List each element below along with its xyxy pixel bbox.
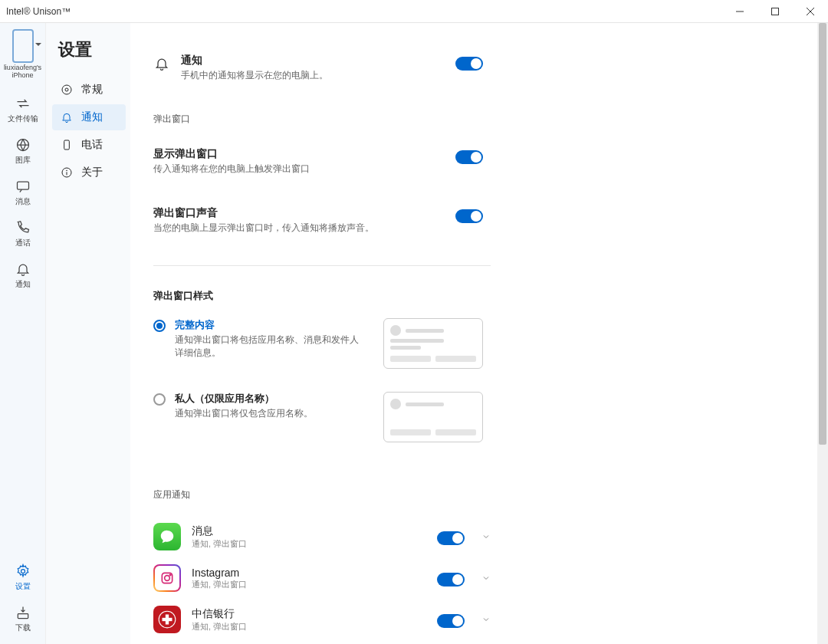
app-icon-citic bbox=[153, 606, 181, 633]
device-selector[interactable]: liuxiaofeng's iPhone bbox=[0, 29, 45, 87]
toggle-popup-sound[interactable] bbox=[455, 209, 483, 223]
titlebar: Intel® Unison™ bbox=[0, 0, 828, 23]
sub-item-label: 通知 bbox=[81, 110, 103, 124]
minimize-button[interactable] bbox=[722, 0, 757, 23]
app-name: Instagram bbox=[192, 567, 426, 579]
svg-rect-1 bbox=[772, 8, 779, 15]
app-icon-messages bbox=[153, 523, 181, 550]
gear-icon bbox=[60, 83, 74, 97]
sidebar-item-calls[interactable]: 通话 bbox=[0, 215, 45, 253]
app-row-messages: 消息 通知, 弹出窗口 bbox=[153, 523, 491, 550]
radio-title: 私人（仅限应用名称） bbox=[175, 392, 359, 406]
chevron-down-icon[interactable] bbox=[481, 615, 491, 624]
section-popup: 弹出窗口 bbox=[153, 113, 828, 126]
app-desc: 通知, 弹出窗口 bbox=[192, 538, 426, 550]
device-icon bbox=[60, 138, 74, 152]
maximize-button[interactable] bbox=[757, 0, 793, 23]
info-icon bbox=[60, 166, 74, 179]
sidebar-item-downloads[interactable]: 下载 bbox=[0, 600, 45, 638]
chevron-down-icon[interactable] bbox=[481, 573, 491, 583]
toggle-app-citic[interactable] bbox=[437, 614, 465, 628]
app-row-instagram: Instagram 通知, 弹出窗口 bbox=[153, 564, 491, 592]
setting-show-popup: 显示弹出窗口 传入通知将在您的电脑上触发弹出窗口 bbox=[153, 147, 483, 176]
bell-icon bbox=[60, 110, 74, 124]
sub-item-notifications[interactable]: 通知 bbox=[52, 104, 126, 130]
app-row-citic: 中信银行 通知, 弹出窗口 bbox=[153, 606, 491, 633]
radio-icon bbox=[153, 393, 166, 406]
phone-call-icon bbox=[15, 219, 31, 236]
app-desc: 通知, 弹出窗口 bbox=[192, 579, 426, 590]
svg-rect-5 bbox=[17, 182, 28, 189]
setting-title: 显示弹出窗口 bbox=[153, 147, 445, 161]
app-icon-instagram bbox=[153, 564, 181, 592]
preview-full bbox=[383, 318, 483, 369]
app-desc: 通知, 弹出窗口 bbox=[192, 621, 426, 632]
phone-icon bbox=[12, 29, 34, 63]
toggle-show-popup[interactable] bbox=[455, 150, 483, 164]
message-icon bbox=[15, 178, 31, 195]
radio-desc: 通知弹出窗口将仅包含应用名称。 bbox=[175, 407, 359, 420]
sidebar-item-label: 设置 bbox=[15, 581, 31, 592]
svg-rect-7 bbox=[18, 614, 28, 619]
chevron-down-icon[interactable] bbox=[481, 532, 491, 541]
radio-title: 完整内容 bbox=[175, 318, 359, 332]
sub-item-label: 电话 bbox=[81, 138, 103, 152]
svg-rect-19 bbox=[166, 615, 169, 625]
svg-point-15 bbox=[165, 576, 170, 581]
sidebar-item-notifications[interactable]: 通知 bbox=[0, 256, 45, 294]
sidebar-secondary: 设置 常规 通知 电话 关于 bbox=[46, 23, 130, 644]
setting-desc: 传入通知将在您的电脑上触发弹出窗口 bbox=[153, 163, 445, 176]
sidebar-item-label: 通知 bbox=[15, 279, 31, 290]
svg-point-16 bbox=[169, 574, 171, 576]
radio-full-content[interactable]: 完整内容 通知弹出窗口将包括应用名称、消息和发件人详细信息。 bbox=[153, 318, 828, 369]
sidebar-item-label: 消息 bbox=[15, 196, 31, 207]
svg-rect-10 bbox=[64, 140, 70, 150]
svg-point-8 bbox=[65, 88, 68, 91]
divider bbox=[153, 265, 491, 266]
setting-title: 弹出窗口声音 bbox=[153, 206, 445, 220]
preview-private bbox=[383, 392, 483, 442]
sub-item-phone[interactable]: 电话 bbox=[52, 132, 126, 158]
setting-title: 通知 bbox=[181, 54, 445, 67]
page-title: 设置 bbox=[58, 38, 130, 61]
sidebar-item-file-transfer[interactable]: 文件传输 bbox=[0, 90, 45, 129]
section-app-notifications: 应用通知 bbox=[153, 488, 828, 501]
sub-item-about[interactable]: 关于 bbox=[52, 159, 126, 186]
sub-item-label: 关于 bbox=[81, 166, 103, 179]
aperture-icon bbox=[15, 136, 31, 153]
device-label: liuxiaofeng's iPhone bbox=[0, 64, 45, 80]
toggle-notifications[interactable] bbox=[455, 57, 483, 71]
radio-desc: 通知弹出窗口将包括应用名称、消息和发件人详细信息。 bbox=[175, 334, 359, 360]
sidebar-item-label: 文件传输 bbox=[8, 113, 38, 124]
setting-popup-sound: 弹出窗口声音 当您的电脑上显示弹出窗口时，传入通知将播放声音。 bbox=[153, 206, 483, 235]
setting-desc: 手机中的通知将显示在您的电脑上。 bbox=[181, 69, 445, 82]
transfer-icon bbox=[15, 95, 31, 112]
scrollbar-vertical[interactable] bbox=[817, 23, 828, 644]
sidebar-item-label: 下载 bbox=[15, 623, 31, 633]
section-popup-style: 弹出窗口样式 bbox=[153, 289, 828, 303]
radio-icon bbox=[153, 320, 166, 332]
download-icon bbox=[15, 604, 31, 621]
svg-point-9 bbox=[62, 85, 71, 94]
close-button[interactable] bbox=[793, 0, 828, 23]
gear-icon bbox=[15, 563, 31, 580]
sidebar-item-messages[interactable]: 消息 bbox=[0, 173, 45, 212]
toggle-app-messages[interactable] bbox=[437, 531, 465, 545]
scrollbar-thumb[interactable] bbox=[819, 23, 826, 445]
bell-icon bbox=[153, 55, 170, 72]
window-controls bbox=[722, 0, 828, 23]
svg-point-6 bbox=[21, 570, 25, 573]
app-name: 中信银行 bbox=[192, 607, 426, 621]
app-name: 消息 bbox=[192, 524, 426, 538]
sidebar-item-label: 通话 bbox=[15, 238, 31, 248]
setting-desc: 当您的电脑上显示弹出窗口时，传入通知将播放声音。 bbox=[153, 222, 445, 235]
sub-item-label: 常规 bbox=[81, 83, 103, 97]
sidebar-item-settings[interactable]: 设置 bbox=[0, 558, 45, 596]
sidebar-item-label: 图库 bbox=[15, 155, 31, 166]
svg-point-13 bbox=[67, 170, 67, 171]
sub-item-general[interactable]: 常规 bbox=[52, 77, 126, 103]
sidebar-item-gallery[interactable]: 图库 bbox=[0, 132, 45, 170]
toggle-app-instagram[interactable] bbox=[437, 573, 465, 586]
radio-private[interactable]: 私人（仅限应用名称） 通知弹出窗口将仅包含应用名称。 bbox=[153, 392, 828, 442]
setting-notifications: 通知 手机中的通知将显示在您的电脑上。 bbox=[153, 54, 483, 82]
